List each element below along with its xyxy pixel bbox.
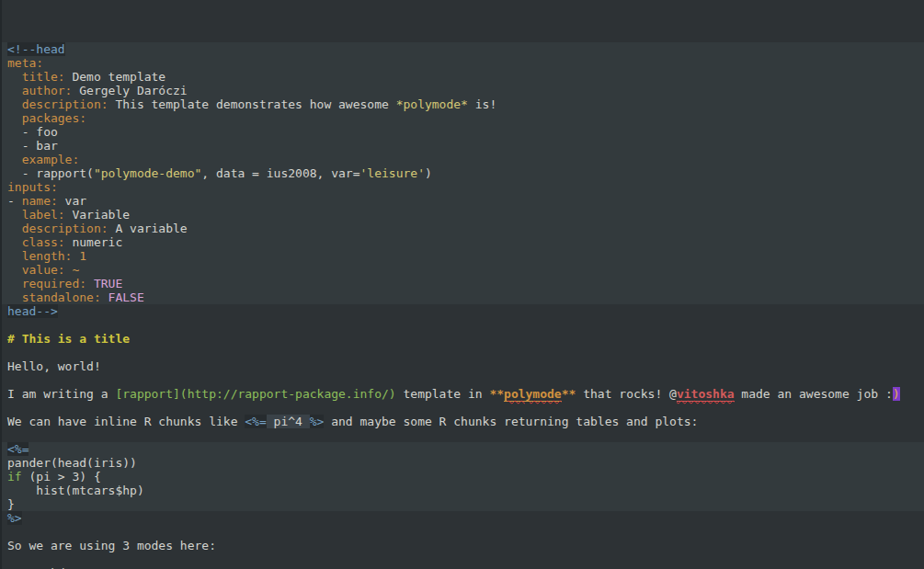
code-text: I am writing a xyxy=(7,387,115,401)
markdown-link: [rapport](http://rapport-package.info/) xyxy=(115,387,395,401)
code-line[interactable]: hist(mtcars$hp) xyxy=(0,484,924,497)
code-text: ) xyxy=(425,166,432,180)
boolean-value: FALSE xyxy=(101,290,144,304)
code-line[interactable]: # This is a title xyxy=(0,332,924,346)
code-line[interactable]: description: This template demonstrates … xyxy=(0,97,924,111)
string-literal: *polymode* xyxy=(396,97,468,111)
editor-fringe xyxy=(0,0,2,569)
string-literal: "polymode-demo" xyxy=(94,166,201,180)
code-text: We can have inline R chunks like xyxy=(7,415,245,428)
code-text: - bar xyxy=(7,139,58,153)
code-text: (pi > 3) { xyxy=(22,470,101,484)
yaml-key: standalone: xyxy=(7,290,101,304)
code-line[interactable] xyxy=(0,401,924,415)
chunk-delimiter: <!--head xyxy=(7,42,65,56)
chunk-delimiter: head--> xyxy=(7,304,58,318)
code-text: made an awesome job : xyxy=(735,387,893,401)
code-line[interactable]: - name: var xyxy=(0,194,924,208)
markdown-bold-delimiter: ** xyxy=(489,387,504,401)
code-text: - rapport( xyxy=(7,166,94,180)
code-text: This template demonstrates how awesome xyxy=(108,97,396,111)
code-text: - foo xyxy=(7,125,58,139)
code-line[interactable]: length: 1 xyxy=(0,249,924,263)
yaml-key: class: xyxy=(7,235,65,249)
yaml-key: value: xyxy=(7,263,65,277)
code-text: hist(mtcars$hp) xyxy=(7,484,144,497)
code-line[interactable]: label: Variable xyxy=(0,208,924,222)
code-line[interactable]: So we are using 3 modes here: xyxy=(0,539,924,552)
code-line[interactable]: example: xyxy=(0,153,924,166)
code-text: is! xyxy=(468,97,496,111)
code-text: that rocks! @ xyxy=(576,387,677,401)
code-text: - xyxy=(7,194,22,208)
code-line[interactable]: - bar xyxy=(0,139,924,153)
code-line[interactable]: Hello, world! xyxy=(0,359,924,373)
mention-vitoshka: vitoshka xyxy=(677,387,735,402)
yaml-key: packages: xyxy=(7,111,86,125)
code-line[interactable]: We can have inline R chunks like <%= pi^… xyxy=(0,415,924,428)
code-line[interactable]: %> xyxy=(0,511,924,525)
code-text: } xyxy=(7,497,15,511)
inline-r-code: pi^4 xyxy=(267,415,310,428)
chunk-delimiter: <%= xyxy=(245,415,266,428)
code-line[interactable]: required: TRUE xyxy=(0,277,924,290)
code-line[interactable]: description: A variable xyxy=(0,222,924,235)
code-line[interactable]: meta: xyxy=(0,56,924,70)
numeric-value: ~ xyxy=(65,263,80,277)
code-line[interactable]: value: ~ xyxy=(0,263,924,277)
code-line[interactable] xyxy=(0,552,924,566)
yaml-key: example: xyxy=(7,153,79,166)
code-text: Hello, world! xyxy=(7,359,101,373)
code-text: template in xyxy=(396,387,490,401)
markdown-heading: # This is a title xyxy=(7,332,130,346)
code-line[interactable] xyxy=(0,525,924,539)
code-line[interactable] xyxy=(0,346,924,359)
code-text: var xyxy=(58,194,86,208)
yaml-key: required: xyxy=(7,277,86,290)
yaml-key: length: xyxy=(7,249,72,263)
code-line[interactable]: if (pi > 3) { xyxy=(0,470,924,484)
text-cursor[interactable]: ) xyxy=(893,387,900,401)
boolean-value: TRUE xyxy=(86,277,122,290)
chunk-delimiter: %> xyxy=(310,415,325,428)
code-text: A variable xyxy=(108,222,188,235)
code-line[interactable]: - foo xyxy=(0,125,924,139)
code-line[interactable]: inputs: xyxy=(0,180,924,194)
code-line[interactable] xyxy=(0,318,924,332)
code-line[interactable]: } xyxy=(0,497,924,511)
yaml-key: description: xyxy=(7,97,108,111)
markdown-bold-delimiter: ** xyxy=(562,387,576,401)
code-line[interactable] xyxy=(0,428,924,442)
code-line[interactable]: - rapport("polymode-demo", data = ius200… xyxy=(0,166,924,180)
code-text: , data = ius2008, var= xyxy=(201,166,359,180)
code-line[interactable]: <%= xyxy=(0,442,924,456)
code-line[interactable]: head--> xyxy=(0,304,924,318)
code-text: Gergely Daróczi xyxy=(72,84,187,97)
yaml-key: name: xyxy=(22,194,58,208)
editor-buffer[interactable]: <!--headmeta: title: Demo template autho… xyxy=(0,0,924,569)
code-line[interactable]: packages: xyxy=(0,111,924,125)
yaml-key: title: xyxy=(7,70,65,84)
code-line[interactable]: class: numeric xyxy=(0,235,924,249)
code-text: pander(head(iris)) xyxy=(7,456,137,470)
code-line[interactable]: title: Demo template xyxy=(0,70,924,84)
code-line[interactable]: pander(head(iris)) xyxy=(0,456,924,470)
code-line[interactable] xyxy=(0,373,924,387)
code-text: Demo template xyxy=(65,70,166,84)
code-text: Variable xyxy=(65,208,130,222)
yaml-key: meta: xyxy=(7,56,43,70)
chunk-delimiter: <%= xyxy=(7,442,29,456)
code-text: numeric xyxy=(65,235,123,249)
code-line[interactable]: I am writing a [rapport](http://rapport-… xyxy=(0,387,924,401)
code-line[interactable]: author: Gergely Daróczi xyxy=(0,84,924,97)
yaml-key: inputs: xyxy=(7,180,58,194)
code-text: and maybe some R chunks returning tables… xyxy=(324,415,698,428)
yaml-key: label: xyxy=(7,208,65,222)
code-text: So we are using 3 modes here: xyxy=(7,539,216,552)
yaml-key: description: xyxy=(7,222,108,235)
string-literal: 'leisure' xyxy=(360,166,425,180)
code-lines-container: <!--headmeta: title: Demo template autho… xyxy=(0,42,924,569)
code-line[interactable]: standalone: FALSE xyxy=(0,290,924,304)
numeric-value: 1 xyxy=(72,249,86,263)
code-line[interactable]: <!--head xyxy=(0,42,924,56)
